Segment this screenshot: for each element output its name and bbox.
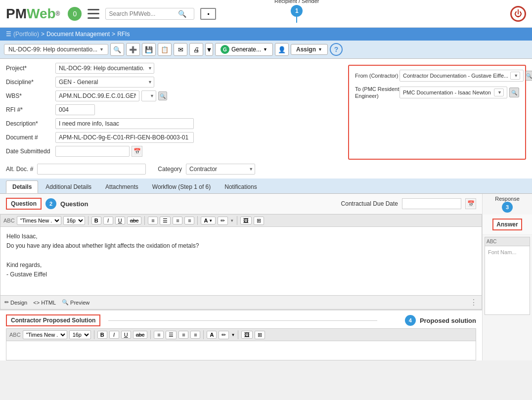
rte-line5: - Gustave Eiffel <box>6 270 476 279</box>
tab-additional-details[interactable]: Additional Details <box>39 180 98 193</box>
rte-size-select[interactable]: 16px <box>63 216 85 225</box>
generate-button[interactable]: G Generate... ▼ <box>215 43 273 56</box>
copy-button[interactable]: 📋 <box>158 43 172 56</box>
rte-toolbar: ABC "Times New ..." 16px B I U abc ≡ ☰ ≡… <box>0 214 482 226</box>
generate-dropdown-arrow: ▼ <box>263 47 267 52</box>
preview-btn[interactable]: 🔍Preview <box>62 299 89 306</box>
rte-underline[interactable]: U <box>115 217 125 224</box>
add-button[interactable]: ➕ <box>126 43 140 56</box>
wbs-row: WBS* 🔍 <box>6 90 342 101</box>
proposed-rte-size-select[interactable]: 16px <box>69 330 91 339</box>
to-row: To (PMC Resident Engineer) PMC Documenta… <box>355 86 519 100</box>
proposed-rte-align-center[interactable]: ☰ <box>166 331 177 339</box>
rte-content[interactable]: Hello Isaac, Do you have any idea about … <box>0 226 482 296</box>
design-btn[interactable]: ✏Design <box>4 299 27 306</box>
rfi-input[interactable] <box>55 104 95 115</box>
user-icon[interactable]: 👤 <box>275 43 289 56</box>
rte-justify[interactable]: ≡ <box>184 217 194 224</box>
from-search-btn[interactable]: 🔍 <box>526 71 532 81</box>
rte-highlight[interactable]: ✏ <box>218 217 228 225</box>
rte-align-right[interactable]: ≡ <box>173 217 182 224</box>
rte-image[interactable]: 🖼 <box>240 217 252 224</box>
proposed-rte-italic[interactable]: I <box>109 331 119 339</box>
calendar-btn[interactable]: 📅 <box>132 146 142 157</box>
wbs-input[interactable] <box>55 90 139 101</box>
answer-rte-area: ABC Font Nam... <box>483 235 532 317</box>
html-btn[interactable]: <> HTML <box>33 300 56 306</box>
discipline-select[interactable]: GEN - General <box>55 77 154 88</box>
hamburger-breadcrumb-icon[interactable]: ☰ <box>6 31 11 38</box>
rte-strikethrough[interactable]: abc <box>127 217 142 224</box>
wbs-dropdown[interactable] <box>141 90 156 101</box>
proposed-rte-content[interactable] <box>6 341 476 360</box>
description-input[interactable] <box>55 118 194 129</box>
answer-rte-abc: ABC <box>487 239 497 244</box>
proposed-rte-toolbar: ABC "Times New ..." 16px B I U abc ≡ ☰ ≡… <box>6 328 476 341</box>
rte-table[interactable]: ⊞ <box>254 217 264 225</box>
assign-button[interactable]: Assign ▼ <box>291 44 328 55</box>
hamburger-menu[interactable] <box>88 9 99 19</box>
tab-details[interactable]: Details <box>6 180 38 193</box>
g-icon: G <box>221 45 229 54</box>
date-input[interactable] <box>55 146 130 157</box>
due-date-row: Contractual Due Date 📅 <box>341 198 476 209</box>
proposed-rte-strikethrough[interactable]: abc <box>133 331 148 339</box>
question-badge: 2 <box>45 198 56 209</box>
from-dropdown[interactable] <box>510 72 520 80</box>
due-date-input[interactable] <box>402 198 461 209</box>
rte-italic[interactable]: I <box>103 217 113 224</box>
answer-rte-content[interactable]: Font Nam... <box>485 246 530 315</box>
category-select[interactable]: Contractor <box>186 164 255 175</box>
rte-font-select[interactable]: "Times New ..." <box>17 216 61 225</box>
toolbar: NL-DOC-99: Help documentatio... ▼ 🔍 ➕ 💾 … <box>0 41 532 59</box>
tab-workflow[interactable]: Workflow (Step 1 of 6) <box>146 180 218 193</box>
email-button[interactable]: ✉ <box>174 43 187 56</box>
wbs-search-btn[interactable]: 🔍 <box>158 91 167 100</box>
print-button[interactable]: 🖨 <box>189 43 203 56</box>
proposed-rte-font-icon: ABC <box>9 332 21 338</box>
form-recipient-row: Project* NL-DOC-99: Help documentatio...… <box>0 59 532 164</box>
alt-doc-input[interactable] <box>37 164 146 175</box>
proposed-rte-table[interactable]: ⊞ <box>255 331 265 339</box>
rte-bold[interactable]: B <box>91 217 101 224</box>
resize-handle[interactable]: ⋮ <box>470 298 478 307</box>
rte-font-color[interactable]: A▼ <box>201 217 216 224</box>
rte-align-center[interactable]: ☰ <box>160 217 171 225</box>
question-label-box: Question <box>6 198 42 210</box>
project-row: Project* NL-DOC-99: Help documentatio... <box>6 63 342 74</box>
print-dropdown[interactable]: ▼ <box>205 43 213 56</box>
from-row: From (Contractor) Contractor Documentati… <box>355 70 519 82</box>
due-date-cal-btn[interactable]: 📅 <box>465 198 476 209</box>
proposed-rte-justify[interactable]: ≡ <box>190 331 200 339</box>
rte-line1: Hello Isaac, <box>6 232 476 241</box>
tab-notifications[interactable]: Notifications <box>218 180 263 193</box>
from-value: Contractor Documentation - Gustave Eiffe… <box>399 70 524 82</box>
document-input[interactable] <box>55 132 194 143</box>
rte-align-left[interactable]: ≡ <box>148 217 158 224</box>
to-search-btn[interactable]: 🔍 <box>509 88 519 97</box>
search-icon: 🔍 <box>178 10 186 18</box>
power-button[interactable]: ⏻ <box>510 6 526 22</box>
answer-header: Answer <box>483 215 532 235</box>
tooltip-label: Recipient / Sender <box>274 0 319 4</box>
proposed-rte-font-select[interactable]: "Times New ..." <box>23 330 67 339</box>
proposed-rte-highlight[interactable]: ✏ <box>219 331 229 339</box>
proposed-rte-image[interactable]: 🖼 <box>241 331 253 339</box>
proposed-rte-font-color[interactable]: A <box>207 331 217 339</box>
logo-pm: PM <box>6 6 27 22</box>
tab-attachments[interactable]: Attachments <box>99 180 145 193</box>
proposed-rte-highlight-arrow: ▼ <box>231 333 235 337</box>
proposed-rte-align-right[interactable]: ≡ <box>178 331 188 339</box>
proposed-rte-bold[interactable]: B <box>97 331 107 339</box>
search-input[interactable] <box>109 10 178 17</box>
save-button[interactable]: 💾 <box>142 43 156 56</box>
breadcrumb-portfolio[interactable]: (Portfolio) <box>13 31 39 38</box>
window-icon[interactable]: ▪ <box>200 8 216 20</box>
to-dropdown[interactable] <box>494 89 504 96</box>
search-button[interactable]: 🔍 <box>110 43 124 56</box>
proposed-rte-align-left[interactable]: ≡ <box>154 331 164 339</box>
proposed-rte-underline[interactable]: U <box>121 331 131 339</box>
proposed-label-box: Contractor Proposed Solution <box>6 314 100 326</box>
help-button[interactable]: ? <box>330 43 343 56</box>
project-select[interactable]: NL-DOC-99: Help documentatio... <box>55 63 154 74</box>
